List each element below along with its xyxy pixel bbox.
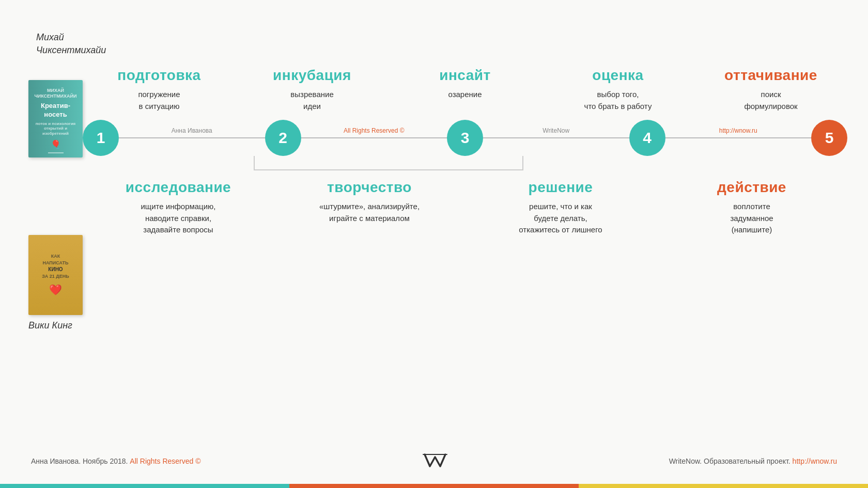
circle-2-item: 2 [265, 120, 301, 156]
wn-logo-svg [422, 452, 448, 470]
top-stage-row: подготовка погружениев ситуацию инкубаци… [83, 67, 847, 112]
book-bottom: КАК НАПИСАТЬ КИНО ЗА 21 ДЕНЬ ❤️ [28, 235, 83, 315]
stage-1-block: подготовка погружениев ситуацию [83, 67, 236, 112]
bottom-bar [0, 484, 868, 488]
author-bottom-name: Вики Кинг [28, 320, 72, 330]
footer-left: Анна Иванова. Ноябрь 2018. All Rights Re… [31, 457, 201, 465]
stage-2-title: инкубация [238, 67, 386, 84]
stage-1-desc: погружениев ситуацию [85, 89, 233, 112]
stage-b2-block: творчество «штурмите», анализируйте,игра… [274, 179, 465, 236]
book-top: МИХАЙ ЧИКСЕНТМИХАЙИ Креатив-носеть поток… [28, 80, 83, 158]
stage-5-desc: поискформулировок [697, 89, 845, 112]
connector-2-3: All Rights Reserved © [301, 137, 447, 138]
author-bottom: Вики Кинг [28, 320, 72, 331]
bracket-area [83, 156, 847, 174]
circles-row: 1 Анна Иванова 2 All Rights Reserved © 3 [83, 120, 847, 156]
book-kreativ-cover: МИХАЙ ЧИКСЕНТМИХАЙИ Креатив-носеть поток… [28, 80, 83, 158]
stage-b4-block: действие воплотитезадуманное(напишите) [656, 179, 847, 236]
footer: Анна Иванова. Ноябрь 2018. All Rights Re… [0, 452, 868, 470]
stage-4-desc: выбор того,что брать в работу [544, 89, 692, 112]
stage-b4-desc: воплотитезадуманное(напишите) [659, 201, 845, 236]
connector-4-5-label: http://wnow.ru [719, 127, 757, 134]
author-top-line2: Чиксентмихайи [36, 44, 106, 57]
bar-teal [0, 484, 289, 488]
stage-b1-block: исследование ищите информацию,наводите с… [83, 179, 274, 236]
footer-right-orange: http://wnow.ru [793, 457, 837, 465]
circle-5: 5 [811, 120, 847, 156]
stage-b1-title: исследование [85, 179, 271, 196]
circle-3-item: 3 [447, 120, 483, 156]
stage-b4-title: действие [659, 179, 845, 196]
author-top-line1: Михай [36, 31, 106, 44]
stage-b2-title: творчество [276, 179, 462, 196]
stage-5-block: оттачивание поискформулировок [694, 67, 847, 112]
stage-3-block: инсайт озарение [389, 67, 541, 112]
stage-b3-title: решение [468, 179, 654, 196]
bracket-shape [254, 156, 523, 170]
connector-4-5: http://wnow.ru [665, 137, 812, 138]
stage-b3-desc: решите, что и какбудете делать,откажитес… [468, 201, 654, 236]
circle-2: 2 [265, 120, 301, 156]
connector-3-4-label: WriteNow [542, 127, 569, 134]
stage-2-desc: вызреваниеидеи [238, 89, 386, 112]
stage-3-title: инсайт [391, 67, 539, 84]
footer-left-orange: All Rights Reserved © [130, 457, 200, 465]
bottom-stage-row: исследование ищите информацию,наводите с… [83, 179, 847, 236]
connector-2-3-label: All Rights Reserved © [344, 127, 405, 134]
footer-logo [422, 452, 448, 470]
circle-3: 3 [447, 120, 483, 156]
bar-orange [289, 484, 579, 488]
page: Михай Чиксентмихайи МИХАЙ ЧИКСЕНТМИХАЙИ … [0, 0, 868, 488]
stage-3-desc: озарение [391, 89, 539, 101]
stage-2-block: инкубация вызреваниеидеи [236, 67, 389, 112]
circle-1: 1 [83, 120, 119, 156]
book-kino-cover: КАК НАПИСАТЬ КИНО ЗА 21 ДЕНЬ ❤️ [28, 235, 83, 315]
connector-3-4: WriteNow [483, 137, 629, 138]
stage-1-title: подготовка [85, 67, 233, 84]
flow-section: подготовка погружениев ситуацию инкубаци… [83, 67, 847, 236]
connector-1-2: Анна Иванова [119, 137, 265, 138]
bar-yellow [579, 484, 868, 488]
author-top: Михай Чиксентмихайи [36, 31, 106, 57]
connector-1-2-label: Анна Иванова [172, 127, 212, 134]
stage-4-title: оценка [544, 67, 692, 84]
stage-b3-block: решение решите, что и какбудете делать,о… [465, 179, 656, 236]
stage-b1-desc: ищите информацию,наводите справки,задава… [85, 201, 271, 236]
circle-4: 4 [629, 120, 665, 156]
stage-5-title: оттачивание [697, 67, 845, 84]
stage-4-block: оценка выбор того,что брать в работу [541, 67, 694, 112]
circle-5-item: 5 [811, 120, 847, 156]
circle-4-item: 4 [629, 120, 665, 156]
footer-right: WriteNow. Образовательный проект. http:/… [669, 457, 837, 465]
stage-b2-desc: «штурмите», анализируйте,играйте с матер… [276, 201, 462, 224]
circle-1-item: 1 [83, 120, 119, 156]
